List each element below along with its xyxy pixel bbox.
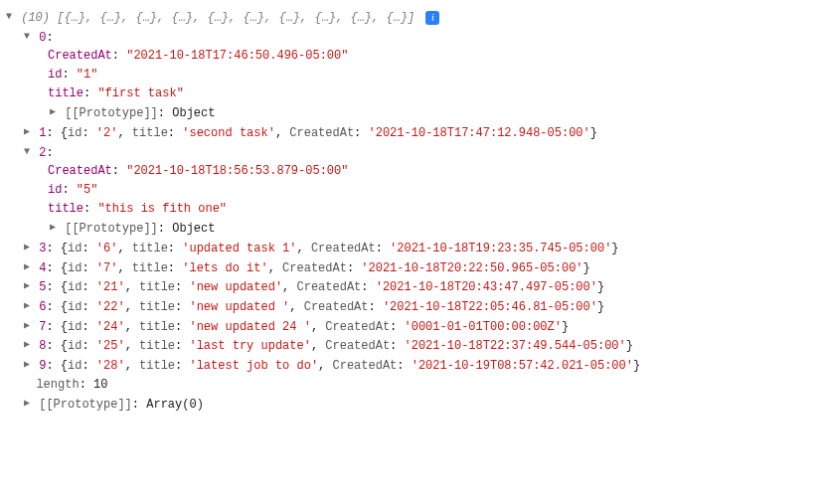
prop-key: id (48, 183, 62, 197)
item-inline: {id: '21', title: 'new updated', Created… (61, 280, 604, 294)
arrow-down-icon[interactable]: ▼ (4, 7, 14, 26)
array-summary: [{…}, {…}, {…}, {…}, {…}, {…}, {…}, {…},… (57, 11, 415, 25)
array-item-3[interactable]: ▶ 3: {id: '6', title: 'updated task 1', … (4, 239, 823, 258)
prop-title: title: "this is fith one" (4, 200, 823, 219)
length-value: 10 (93, 378, 107, 392)
prototype-row[interactable]: ▶ [[Prototype]]: Object (4, 103, 823, 123)
prop-value: "first task" (97, 86, 183, 100)
length-row: length: 10 (4, 376, 823, 395)
info-icon[interactable]: i (425, 11, 439, 25)
arrow-right-icon[interactable]: ▶ (22, 355, 32, 374)
prop-CreatedAt: CreatedAt: "2021-10-18T17:46:50.496-05:0… (4, 47, 823, 66)
array-header[interactable]: ▼ (10) [{…}, {…}, {…}, {…}, {…}, {…}, {…… (4, 8, 823, 28)
prop-id: id: "1" (4, 66, 823, 84)
console-output: ▼ (10) [{…}, {…}, {…}, {…}, {…}, {…}, {…… (4, 8, 823, 414)
array-item-4[interactable]: ▶ 4: {id: '7', title: 'lets do it', Crea… (4, 258, 823, 278)
prop-value: "5" (77, 183, 98, 197)
item-inline: {id: '22', title: 'new updated ', Create… (61, 300, 604, 314)
prop-key: title (48, 202, 83, 216)
arrow-down-icon[interactable]: ▼ (22, 27, 32, 46)
prop-key: id (48, 68, 62, 82)
array-prototype-row[interactable]: ▶ [[Prototype]]: Array(0) (4, 395, 823, 415)
length-label: length (36, 378, 79, 392)
arrow-right-icon[interactable]: ▶ (48, 102, 58, 121)
array-item-1[interactable]: ▶ 1: {id: '2', title: 'second task', Cre… (4, 123, 823, 143)
arrow-right-icon[interactable]: ▶ (22, 316, 32, 335)
arrow-right-icon[interactable]: ▶ (22, 276, 32, 295)
prop-title: title: "first task" (4, 84, 823, 103)
prop-value: "this is fith one" (97, 202, 227, 216)
array-item-0[interactable]: ▼ 0: (4, 28, 823, 48)
proto-label: [[Prototype]] (39, 397, 132, 411)
array-item-8[interactable]: ▶ 8: {id: '25', title: 'last try update'… (4, 336, 823, 356)
item-inline: {id: '25', title: 'last try update', Cre… (61, 339, 633, 353)
arrow-right-icon[interactable]: ▶ (22, 257, 32, 276)
item-inline: {id: '6', title: 'updated task 1', Creat… (61, 242, 619, 255)
item-inline: {id: '24', title: 'new updated 24 ', Cre… (61, 319, 569, 333)
proto-value: Object (172, 222, 215, 236)
array-item-2[interactable]: ▼ 2: (4, 143, 823, 163)
array-item-9[interactable]: ▶ 9: {id: '28', title: 'latest job to do… (4, 356, 823, 376)
array-count: (10) (21, 11, 50, 25)
arrow-right-icon[interactable]: ▶ (48, 218, 58, 237)
item-inline: {id: '2', title: 'second task', CreatedA… (61, 126, 597, 140)
array-item-5[interactable]: ▶ 5: {id: '21', title: 'new updated', Cr… (4, 277, 823, 297)
array-item-6[interactable]: ▶ 6: {id: '22', title: 'new updated ', C… (4, 297, 823, 317)
proto-value: Array(0) (146, 397, 204, 411)
prop-value: "1" (77, 68, 98, 82)
prop-key: title (48, 86, 83, 100)
prop-key: CreatedAt (48, 49, 112, 63)
proto-value: Object (172, 106, 215, 120)
arrow-down-icon[interactable]: ▼ (22, 142, 32, 161)
prop-key: CreatedAt (48, 164, 112, 178)
prop-value: "2021-10-18T17:46:50.496-05:00" (126, 49, 348, 63)
array-item-7[interactable]: ▶ 7: {id: '24', title: 'new updated 24 '… (4, 317, 823, 337)
proto-label: [[Prototype]] (65, 106, 158, 120)
prop-value: "2021-10-18T18:56:53.879-05:00" (126, 164, 348, 178)
arrow-right-icon[interactable]: ▶ (22, 238, 32, 256)
prototype-row[interactable]: ▶ [[Prototype]]: Object (4, 219, 823, 239)
prop-id: id: "5" (4, 181, 823, 200)
arrow-right-icon[interactable]: ▶ (22, 296, 32, 315)
arrow-right-icon[interactable]: ▶ (22, 335, 32, 354)
prop-CreatedAt: CreatedAt: "2021-10-18T18:56:53.879-05:0… (4, 162, 823, 181)
arrow-right-icon[interactable]: ▶ (22, 394, 32, 413)
arrow-right-icon[interactable]: ▶ (22, 122, 32, 141)
item-inline: {id: '7', title: 'lets do it', CreatedAt… (61, 260, 590, 274)
proto-label: [[Prototype]] (65, 222, 158, 236)
item-inline: {id: '28', title: 'latest job to do', Cr… (61, 359, 640, 373)
